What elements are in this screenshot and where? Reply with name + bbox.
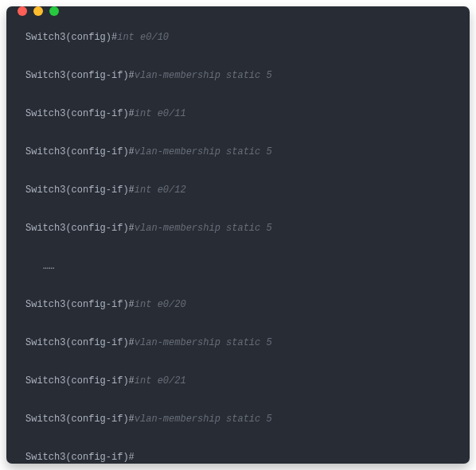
titlebar	[6, 6, 470, 16]
prompt-text: Switch3(config-if)#	[25, 108, 135, 119]
prompt-text: Switch3(config-if)#	[25, 223, 135, 234]
close-icon[interactable]	[18, 6, 27, 16]
terminal-line: Switch3(config-if)#vlan-membership stati…	[25, 336, 451, 350]
terminal-line: Switch3(config-if)#	[25, 450, 451, 464]
prompt-text: Switch3(config-if)#	[25, 452, 135, 463]
ellipsis-line: ……	[25, 259, 451, 274]
terminal-line: Switch3(config-if)#int e0/21	[25, 374, 451, 388]
terminal-body[interactable]: Switch3(config)#int e0/10Switch3(config-…	[6, 16, 470, 464]
command-text: int e0/10	[117, 32, 169, 43]
prompt-text: Switch3(config)#	[25, 32, 117, 43]
terminal-window: Switch3(config)#int e0/10Switch3(config-…	[6, 6, 470, 464]
prompt-text: Switch3(config-if)#	[25, 146, 135, 157]
terminal-line: Switch3(config-if)#vlan-membership stati…	[25, 412, 451, 426]
command-text: vlan-membership static 5	[135, 70, 272, 81]
prompt-text: Switch3(config-if)#	[25, 337, 135, 348]
prompt-text: Switch3(config-if)#	[25, 185, 135, 196]
prompt-text: Switch3(config-if)#	[25, 70, 135, 81]
terminal-line: Switch3(config-if)#int e0/20	[25, 297, 451, 312]
minimize-icon[interactable]	[33, 6, 43, 16]
terminal-line: Switch3(config-if)#vlan-membership stati…	[25, 145, 451, 159]
terminal-line: Switch3(config-if)#vlan-membership stati…	[25, 68, 451, 83]
terminal-line: Switch3(config-if)#int e0/12	[25, 183, 451, 197]
command-text: int e0/21	[135, 375, 186, 386]
zoom-icon[interactable]	[49, 6, 59, 16]
command-text: vlan-membership static 5	[135, 414, 272, 425]
prompt-text: Switch3(config-if)#	[25, 299, 135, 310]
prompt-text: Switch3(config-if)#	[25, 414, 135, 425]
command-text: int e0/12	[135, 185, 186, 196]
command-text: int e0/11	[135, 108, 186, 119]
terminal-line: Switch3(config-if)#int e0/11	[25, 107, 451, 121]
terminal-line: Switch3(config-if)#vlan-membership stati…	[25, 221, 451, 235]
command-text: vlan-membership static 5	[135, 146, 272, 157]
terminal-line: Switch3(config)#int e0/10	[25, 30, 451, 45]
command-text: int e0/20	[135, 299, 186, 310]
command-text: vlan-membership static 5	[135, 337, 272, 348]
command-text: vlan-membership static 5	[135, 223, 272, 234]
prompt-text: Switch3(config-if)#	[25, 375, 135, 386]
